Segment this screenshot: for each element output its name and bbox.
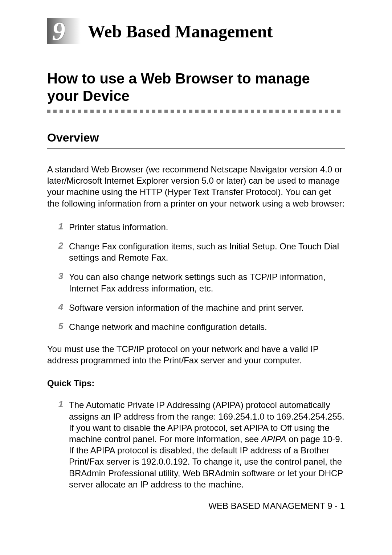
subsection-heading: Overview xyxy=(47,131,345,144)
list-number: 2 xyxy=(49,241,63,251)
dotted-separator xyxy=(47,110,345,113)
list-number: 4 xyxy=(49,302,63,312)
list-item: 5 Change network and machine configurati… xyxy=(47,321,345,332)
list-item: 1 The Automatic Private IP Addressing (A… xyxy=(47,399,345,490)
chapter-title: Web Based Management xyxy=(88,21,273,41)
list-text: Change network and machine configuration… xyxy=(69,321,345,332)
list-text: You can also change network settings suc… xyxy=(69,271,345,294)
chapter-badge: 9 xyxy=(47,18,81,44)
chapter-header: 9 Web Based Management xyxy=(47,18,345,44)
tip-text-italic: APIPA xyxy=(261,434,286,444)
list-text: Printer status information. xyxy=(69,221,345,233)
chapter-number: 9 xyxy=(52,16,65,46)
section-heading: How to use a Web Browser to manage your … xyxy=(47,70,345,105)
list-item: 4 Software version information of the ma… xyxy=(47,302,345,313)
list-text: Change Fax configuration items, such as … xyxy=(69,241,345,263)
list-number: 1 xyxy=(49,399,63,409)
list-number: 5 xyxy=(49,321,63,331)
page-footer: WEB BASED MANAGEMENT 9 - 1 xyxy=(47,501,345,511)
list-number: 1 xyxy=(49,221,63,232)
list-number: 3 xyxy=(49,271,63,281)
list-item: 2 Change Fax configuration items, such a… xyxy=(47,241,345,263)
list-item: 1 Printer status information. xyxy=(47,221,345,233)
requirement-paragraph: You must use the TCP/IP protocol on your… xyxy=(47,343,345,366)
numbered-list-main: 1 Printer status information. 2 Change F… xyxy=(47,221,345,332)
list-item: 3 You can also change network settings s… xyxy=(47,271,345,294)
quick-tips-heading: Quick Tips: xyxy=(47,378,345,388)
list-text: The Automatic Private IP Addressing (API… xyxy=(69,399,345,490)
numbered-list-tips: 1 The Automatic Private IP Addressing (A… xyxy=(47,399,345,490)
intro-paragraph: A standard Web Browser (we recommend Net… xyxy=(47,164,345,209)
subsection-underline xyxy=(47,148,345,149)
list-text: Software version information of the mach… xyxy=(69,302,345,313)
